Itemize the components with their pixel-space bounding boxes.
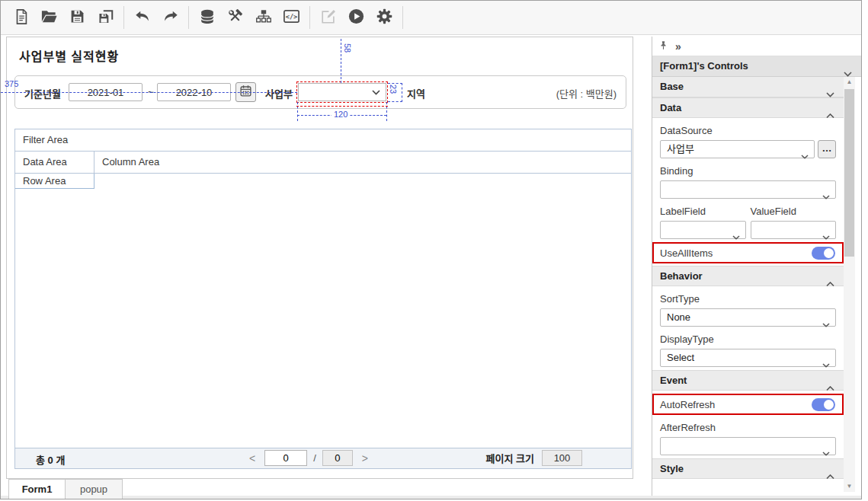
edit-button[interactable]: [314, 4, 342, 31]
section-style[interactable]: Style: [652, 458, 844, 479]
displaytype-label: DisplayType: [660, 333, 836, 345]
code-view-button[interactable]: </>: [277, 4, 306, 31]
prev-page-button[interactable]: <: [246, 452, 258, 464]
section-base-label: Base: [660, 81, 684, 92]
section-event-label: Event: [660, 375, 687, 386]
filter-area-cell[interactable]: Filter Area: [15, 129, 631, 152]
controls-header-label: [Form1]'s Controls: [660, 60, 748, 72]
datasource-manager-button[interactable]: [193, 4, 221, 31]
chevron-up-icon: [826, 467, 834, 486]
gear-icon: [376, 8, 393, 27]
datasource-value: 사업부: [667, 143, 694, 155]
binding-label: Binding: [660, 165, 836, 177]
sorttype-value: None: [667, 311, 690, 323]
hierarchy-button[interactable]: [249, 4, 277, 31]
toolbar-separator: [123, 6, 124, 29]
useallitems-row: UseAllItems: [652, 242, 844, 263]
code-icon: </>: [283, 8, 300, 27]
bottom-strip: [1, 496, 861, 499]
new-document-button[interactable]: [7, 4, 35, 31]
settings-button[interactable]: [370, 4, 399, 31]
database-icon: [199, 8, 216, 27]
redo-icon: [162, 8, 179, 27]
sitemap-icon: [255, 8, 272, 27]
pin-icon[interactable]: [658, 40, 668, 53]
redo-button[interactable]: [156, 4, 184, 31]
page-separator: /: [313, 452, 316, 464]
scroll-down-icon[interactable]: ▼: [844, 481, 855, 492]
calendar-button[interactable]: [235, 82, 256, 102]
chevron-down-icon: [801, 148, 809, 164]
page-size-group: 페이지 크기 100: [486, 450, 582, 466]
range-separator: ~: [148, 86, 154, 97]
undo-icon: [134, 8, 151, 27]
sorttype-dropdown[interactable]: None: [660, 308, 836, 327]
useallitems-toggle[interactable]: [812, 247, 835, 260]
division-dropdown[interactable]: [298, 83, 386, 101]
autorefresh-label: AutoRefresh: [660, 399, 715, 410]
section-style-label: Style: [660, 463, 684, 474]
calendar-icon: [239, 85, 252, 100]
report-title: 사업부별 실적현황: [19, 46, 119, 65]
data-tools-button[interactable]: [221, 4, 249, 31]
controls-header[interactable]: [Form1]'s Controls: [652, 56, 862, 77]
pivot-grid: Filter Area Data Area Column Area Row Ar…: [14, 129, 632, 469]
section-data-label: Data: [660, 102, 681, 113]
datasource-dropdown[interactable]: 사업부: [660, 140, 815, 158]
date-to-input[interactable]: [157, 83, 231, 101]
valuefield-dropdown[interactable]: [751, 221, 837, 239]
useallitems-label: UseAllItems: [660, 247, 713, 259]
date-from-input[interactable]: [69, 83, 143, 101]
datasource-more-button[interactable]: …: [818, 140, 836, 158]
chevron-down-icon: [822, 228, 830, 245]
section-behavior[interactable]: Behavior: [652, 266, 844, 286]
tab-form1[interactable]: Form1: [8, 479, 66, 499]
panel-scrollbar[interactable]: ▲ ▼: [844, 77, 855, 492]
scroll-up-icon[interactable]: ▲: [844, 77, 855, 88]
chevron-up-icon: [826, 274, 834, 293]
period-label: 기준년월: [24, 86, 61, 101]
labelfield-label: LabelField: [660, 206, 746, 217]
pager: < / >: [246, 450, 371, 466]
page-size-label: 페이지 크기: [486, 451, 534, 465]
autorefresh-toggle[interactable]: [812, 398, 835, 411]
next-page-button[interactable]: >: [359, 452, 371, 464]
scrollbar-thumb[interactable]: [844, 89, 854, 257]
displaytype-dropdown[interactable]: Select: [660, 349, 836, 367]
chevron-down-icon: [822, 188, 830, 205]
form-tabs: Form1 popup: [8, 479, 123, 499]
save-button[interactable]: [63, 4, 91, 31]
region-label: 지역: [407, 86, 425, 101]
run-button[interactable]: [342, 4, 370, 31]
save-icon: [69, 8, 85, 27]
save-all-button[interactable]: [91, 4, 120, 31]
afterrefresh-label: AfterRefresh: [660, 422, 836, 433]
undo-button[interactable]: [128, 4, 156, 31]
row-area-cell[interactable]: Row Area: [15, 174, 94, 189]
sorttype-label: SortType: [660, 293, 836, 305]
valuefield-label: ValueField: [751, 206, 837, 217]
page-size-value[interactable]: 100: [542, 450, 582, 466]
labelfield-dropdown[interactable]: [660, 221, 746, 239]
column-area-cell[interactable]: Column Area: [94, 152, 631, 173]
design-canvas[interactable]: 사업부별 실적현황 기준년월 ~ 사업부 지역 (단위 : 백만원) Filte…: [6, 37, 633, 479]
collapse-panel-icon[interactable]: »: [675, 41, 681, 52]
play-icon: [348, 8, 365, 27]
binding-dropdown[interactable]: [660, 180, 836, 199]
section-data[interactable]: Data: [652, 97, 844, 118]
save-all-icon: [98, 8, 114, 27]
edit-pencil-icon: [320, 8, 337, 27]
current-page-input[interactable]: [264, 450, 307, 466]
panel-toolbar: »: [652, 37, 862, 56]
open-file-button[interactable]: [35, 4, 63, 31]
section-base[interactable]: Base: [652, 77, 844, 97]
tab-popup[interactable]: popup: [66, 479, 123, 499]
afterrefresh-dropdown[interactable]: [660, 437, 836, 455]
section-event[interactable]: Event: [652, 370, 844, 391]
filter-bar: 기준년월 ~ 사업부 지역 (단위 : 백만원): [14, 75, 626, 109]
panel-content: Base Data DataSource 사업부 … Binding Labe: [652, 77, 844, 496]
chevron-down-icon: [732, 228, 740, 245]
svg-text:</>: </>: [286, 13, 298, 21]
data-area-cell[interactable]: Data Area: [15, 152, 94, 173]
section-behavior-label: Behavior: [660, 270, 703, 282]
